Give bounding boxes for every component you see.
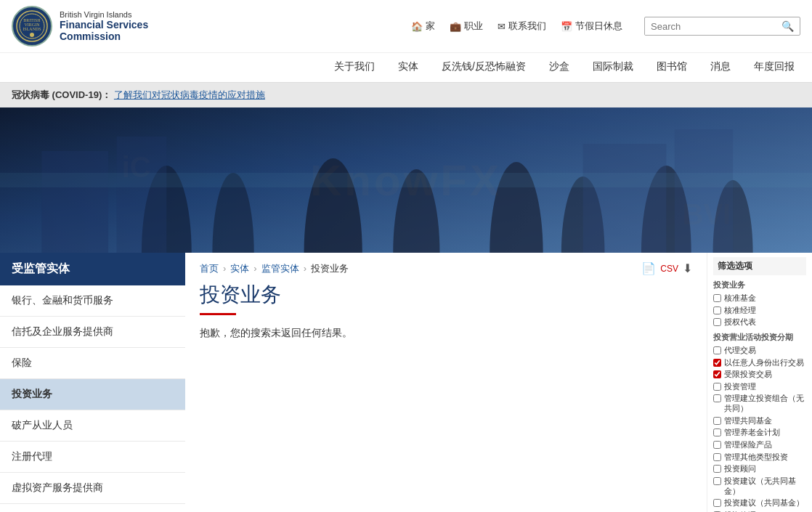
main-nav-news[interactable]: 消息: [707, 53, 734, 82]
csv-icon: 📄: [641, 261, 656, 275]
top-nav-contact[interactable]: ✉ 联系我们: [498, 20, 546, 33]
filter-checkbox-c7[interactable]: [713, 383, 721, 391]
sidebar-item-insolvency[interactable]: 破产从业人员: [0, 410, 185, 442]
filter-item-c9: 管理共同基金: [713, 416, 806, 426]
top-nav-home-label: 家: [426, 20, 435, 33]
top-nav-career-label: 职业: [464, 20, 483, 33]
no-results-message: 抱歉，您的搜索未返回任何结果。: [200, 327, 692, 340]
content-title: 投资业务: [200, 281, 692, 309]
sidebar-item-trust[interactable]: 信托及企业服务提供商: [0, 317, 185, 348]
filter-label-c5: 以任意人身份出行交易: [724, 358, 804, 368]
filter-checkbox-c3[interactable]: [713, 318, 721, 326]
main-nav-about[interactable]: 关于我们: [331, 53, 378, 82]
home-icon: 🏠: [411, 21, 423, 32]
filter-checkbox-c8[interactable]: [713, 394, 721, 402]
hero-image: KnowFX iC BVI: [0, 107, 812, 253]
logo-line2: Financial Services: [60, 19, 148, 31]
career-icon: 💼: [450, 21, 461, 32]
filter-item-c10: 管理养老金计划: [713, 428, 806, 438]
filter-label-c14: 投资建议（无共同基金）: [724, 476, 806, 496]
filter-checkbox-c9[interactable]: [713, 417, 721, 425]
logo-emblem: BRITISH VIRGIN ISLANDS: [12, 6, 52, 46]
sidebar-item-virtual[interactable]: 虚拟资产服务提供商: [0, 473, 185, 504]
breadcrumb-supervised[interactable]: 监管实体: [261, 262, 299, 275]
logo-text: British Virgin Islands Financial Service…: [60, 10, 148, 42]
main-nav-sanctions[interactable]: 国际制裁: [590, 53, 636, 82]
header-top: BRITISH VIRGIN ISLANDS British Virgin Is…: [0, 0, 812, 52]
main-layout: 受监管实体 银行、金融和货币服务 信托及企业服务提供商 保险 投资业务 破产从业…: [0, 253, 812, 512]
filter-item-c12: 管理其他类型投资: [713, 452, 806, 463]
filter-label-c4: 代理交易: [724, 346, 756, 356]
filter-label-c9: 管理共同基金: [724, 416, 772, 426]
filter-label-c11: 管理保险产品: [724, 440, 772, 450]
filter-item-c4: 代理交易: [713, 346, 806, 356]
filter-checkbox-c1[interactable]: [713, 294, 721, 302]
sidebar-item-banking[interactable]: 银行、金融和货币服务: [0, 285, 185, 317]
header: BRITISH VIRGIN ISLANDS British Virgin Is…: [0, 0, 812, 83]
main-nav-entity[interactable]: 实体: [395, 53, 421, 82]
filter-label-c6: 受限投资交易: [724, 370, 772, 380]
breadcrumb-entity[interactable]: 实体: [230, 262, 249, 275]
main-nav-library[interactable]: 图书馆: [654, 53, 690, 82]
sidebar-item-investment[interactable]: 投资业务: [0, 379, 185, 410]
logo-area: BRITISH VIRGIN ISLANDS British Virgin Is…: [12, 6, 148, 46]
breadcrumb: 首页 › 实体 › 监管实体 › 投资业务 📄 CSV ⬇: [200, 253, 692, 281]
sidebar-item-registered[interactable]: 注册代理: [0, 442, 185, 473]
download-icon[interactable]: ⬇: [683, 261, 692, 275]
filter-checkbox-c14[interactable]: [713, 477, 721, 485]
svg-rect-16: [117, 137, 167, 253]
filter-label-c12: 管理其他类型投资: [724, 452, 788, 463]
filter-label-c13: 投资顾问: [724, 464, 756, 474]
svg-rect-19: [0, 173, 812, 187]
filter-checkbox-c15[interactable]: [713, 499, 721, 507]
search-bar: 🔍: [644, 17, 800, 36]
filter-item-c14: 投资建议（无共同基金）: [713, 476, 806, 496]
top-nav-holiday[interactable]: 📅 节假日休息: [561, 20, 622, 33]
top-nav-career[interactable]: 💼 职业: [450, 20, 483, 33]
filter-item-c2: 核准经理: [713, 306, 806, 316]
breadcrumb-sep2: ›: [253, 263, 256, 274]
csv-button[interactable]: CSV: [660, 264, 678, 274]
filter-checkbox-c5[interactable]: [713, 359, 721, 367]
logo-line3: Commission: [60, 31, 148, 42]
breadcrumb-home[interactable]: 首页: [200, 262, 219, 275]
sidebar-title: 受监管实体: [0, 253, 185, 285]
filter-label-c1: 核准基金: [724, 293, 756, 304]
filter-section-investment: 投资业务: [713, 280, 806, 290]
main-nav-annual[interactable]: 年度回报: [751, 53, 797, 82]
filter-checkbox-c10[interactable]: [713, 428, 721, 436]
filter-label-c7: 投资管理: [724, 382, 756, 392]
filter-label-c2: 核准经理: [724, 306, 756, 316]
filter-checkbox-c2[interactable]: [713, 306, 721, 314]
search-input[interactable]: [645, 18, 776, 35]
filter-checkbox-c6[interactable]: [713, 370, 721, 378]
filter-label-c8: 管理建立投资组合（无共同）: [724, 394, 806, 413]
title-underline: [200, 313, 236, 315]
svg-point-5: [30, 33, 34, 37]
main-nav-sandbox[interactable]: 沙盒: [546, 53, 572, 82]
calendar-icon: 📅: [561, 21, 572, 32]
svg-rect-17: [583, 144, 667, 253]
logo-line1: British Virgin Islands: [60, 10, 148, 19]
filter-item-c6: 受限投资交易: [713, 370, 806, 380]
search-button[interactable]: 🔍: [776, 17, 800, 35]
svg-rect-18: [675, 129, 733, 253]
covid-link[interactable]: 了解我们对冠状病毒疫情的应对措施: [114, 89, 265, 100]
breadcrumb-sep1: ›: [223, 263, 226, 274]
filter-item-c1: 核准基金: [713, 293, 806, 304]
main-nav-aml[interactable]: 反洗钱/反恐怖融资: [439, 53, 529, 82]
filter-checkbox-c12[interactable]: [713, 453, 721, 461]
covid-prefix: 冠状病毒 (COVID-19)：: [12, 89, 111, 100]
filter-checkbox-c11[interactable]: [713, 441, 721, 449]
main-content: 首页 › 实体 › 监管实体 › 投资业务 📄 CSV ⬇ 投资业务 抱歉，您的…: [185, 253, 707, 512]
svg-rect-15: [41, 151, 108, 253]
filter-label-c3: 授权代表: [724, 317, 756, 328]
filter-checkbox-c4[interactable]: [713, 346, 721, 354]
filter-checkbox-c13[interactable]: [713, 465, 721, 473]
sidebar-item-insurance[interactable]: 保险: [0, 348, 185, 379]
csv-area: 📄 CSV ⬇: [641, 261, 692, 275]
top-nav-home[interactable]: 🏠 家: [411, 20, 435, 33]
email-icon: ✉: [498, 21, 506, 32]
filter-section-biz: 投资营业活动投资分期: [713, 332, 806, 343]
top-nav: 🏠 家 💼 职业 ✉ 联系我们 📅 节假日休息 🔍: [411, 17, 800, 36]
